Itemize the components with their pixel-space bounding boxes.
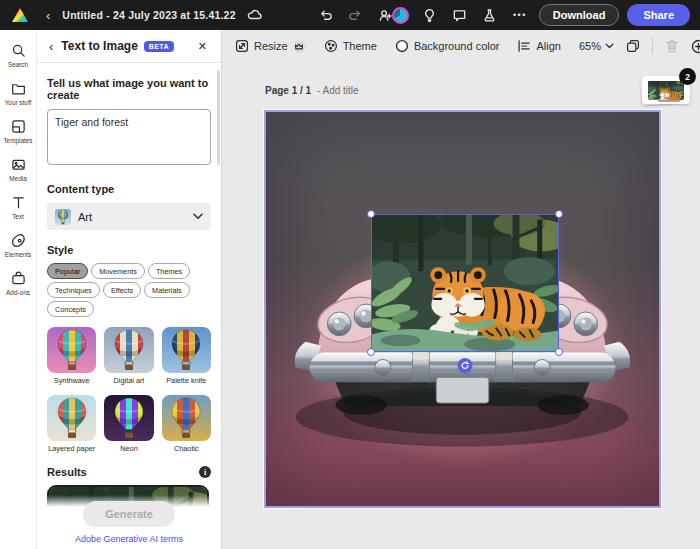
sidebar-item-media[interactable]: Media	[0, 154, 36, 185]
add-title-hint[interactable]: - Add title	[317, 85, 359, 96]
theme-button[interactable]: Theme	[324, 39, 377, 53]
balloon-image	[104, 327, 153, 373]
resize-icon	[235, 39, 249, 53]
add-ons-icon	[11, 271, 26, 286]
duplicate-page-button[interactable]	[626, 39, 640, 53]
delete-button[interactable]	[665, 39, 679, 53]
templates-icon	[11, 119, 26, 134]
pages-thumbnail-stack[interactable]: 2	[638, 72, 696, 108]
sidebar-item-label: Add-ons	[6, 289, 30, 296]
chip-themes[interactable]: Themes	[148, 263, 190, 279]
resize-handle-top-left[interactable]	[367, 210, 375, 218]
chevron-down-icon	[193, 213, 203, 220]
content-type-dropdown[interactable]: Art	[47, 203, 211, 230]
balloon-image	[47, 395, 96, 441]
style-label: Style	[47, 244, 211, 256]
style-thumb-neon[interactable]: Neon	[104, 395, 153, 453]
align-icon	[517, 39, 531, 53]
rotate-handle[interactable]	[458, 358, 473, 373]
download-button[interactable]: Download	[539, 4, 620, 26]
search-icon	[11, 43, 26, 58]
style-chips: Popular Movements Themes Techniques Effe…	[47, 263, 211, 317]
style-thumb-layered-paper[interactable]: Layered paper	[47, 395, 96, 453]
results-label: Results	[47, 466, 87, 478]
chip-techniques[interactable]: Techniques	[47, 282, 100, 298]
content-type-value: Art	[78, 211, 92, 223]
generate-button[interactable]: Generate	[83, 501, 175, 527]
back-icon[interactable]: ‹	[42, 8, 54, 23]
panel-close-icon[interactable]: ✕	[194, 38, 211, 55]
sidebar-item-label: Your stuff	[5, 99, 32, 106]
collaborators[interactable]	[375, 4, 409, 26]
balloon-image	[162, 395, 211, 441]
left-nav-rail: Search Your stuff Templates Media Text E…	[0, 30, 37, 549]
chip-materials[interactable]: Materials	[144, 282, 190, 298]
prompt-label: Tell us what image you want to create	[47, 77, 211, 101]
sidebar-item-label: Text	[12, 213, 24, 220]
generated-tiger-image[interactable]	[371, 214, 559, 352]
undo-icon[interactable]	[315, 4, 337, 26]
chip-popular[interactable]: Popular	[47, 263, 88, 279]
balloon-image	[47, 327, 96, 373]
premium-crown-icon	[293, 40, 306, 53]
ideas-lightbulb-icon[interactable]	[419, 4, 441, 26]
resize-handle-top-right[interactable]	[555, 210, 563, 218]
panel-header: ‹ Text to Image BETA ✕	[37, 30, 221, 63]
style-thumb-digital-art[interactable]: Digital art	[104, 327, 153, 385]
prompt-input[interactable]: Tiger and forest	[47, 109, 211, 165]
zoom-level-control[interactable]: 65%	[579, 40, 614, 52]
chip-concepts[interactable]: Concepts	[47, 301, 94, 317]
style-thumbnails: Synthwave Digital art Palette knife Laye…	[47, 327, 211, 453]
sidebar-item-your-stuff[interactable]: Your stuff	[0, 78, 36, 109]
panel-back-icon[interactable]: ‹	[47, 39, 55, 54]
generative-ai-terms-link[interactable]: Adobe Generative AI terms	[75, 534, 183, 544]
beta-badge: BETA	[144, 41, 174, 52]
duplicate-page-icon	[626, 39, 640, 53]
background-color-swatch-icon	[395, 39, 409, 53]
artboard-page[interactable]	[264, 110, 661, 508]
sidebar-item-templates[interactable]: Templates	[0, 116, 36, 147]
sidebar-item-label: Search	[8, 61, 28, 68]
align-button[interactable]: Align	[517, 39, 560, 53]
sidebar-item-label: Media	[9, 175, 26, 182]
page-indicator[interactable]: Page 1 / 1 - Add title	[265, 85, 359, 96]
chip-effects[interactable]: Effects	[103, 282, 141, 298]
text-icon	[11, 195, 26, 210]
user-avatar[interactable]	[392, 7, 409, 24]
media-photo-icon	[11, 157, 26, 172]
style-thumb-chaotic[interactable]: Chaotic	[162, 395, 211, 453]
toolbar-divider	[652, 38, 653, 54]
share-button[interactable]: Share	[627, 4, 690, 26]
sidebar-item-label: Templates	[3, 137, 32, 144]
chip-movements[interactable]: Movements	[91, 263, 145, 279]
adobe-express-logo[interactable]	[12, 8, 28, 22]
document-title[interactable]: Untitled - 24 July 2023 at 15.41.22	[62, 9, 235, 21]
style-thumb-synthwave[interactable]: Synthwave	[47, 327, 96, 385]
resize-handle-bottom-right[interactable]	[555, 348, 563, 356]
canvas-area: Resize Theme Background color Align	[222, 30, 700, 549]
resize-handle-bottom-left[interactable]	[367, 348, 375, 356]
theme-icon	[324, 39, 338, 53]
chevron-down-icon	[605, 43, 614, 49]
more-options-icon[interactable]: •••	[509, 10, 531, 20]
background-color-button[interactable]: Background color	[395, 39, 500, 53]
folder-icon	[11, 81, 26, 96]
sidebar-item-elements[interactable]: Elements	[0, 230, 36, 261]
panel-scrollbar[interactable]	[217, 70, 220, 165]
sidebar-item-search[interactable]: Search	[0, 40, 36, 71]
sidebar-item-add-ons[interactable]: Add-ons	[0, 268, 36, 299]
add-plus-icon	[691, 39, 700, 54]
pages-count-badge: 2	[679, 68, 696, 85]
sidebar-item-label: Elements	[5, 251, 32, 258]
comments-icon[interactable]	[449, 4, 471, 26]
resize-button[interactable]: Resize	[235, 39, 306, 53]
redo-icon[interactable]	[345, 4, 367, 26]
zoom-level-value: 65%	[579, 40, 601, 52]
balloon-image	[104, 395, 153, 441]
info-icon[interactable]: i	[199, 466, 211, 478]
elements-icon	[11, 233, 26, 248]
add-button[interactable]: Add	[691, 39, 700, 54]
labs-flask-icon[interactable]	[479, 4, 501, 26]
sidebar-item-text[interactable]: Text	[0, 192, 36, 223]
style-thumb-palette-knife[interactable]: Palette knife	[162, 327, 211, 385]
